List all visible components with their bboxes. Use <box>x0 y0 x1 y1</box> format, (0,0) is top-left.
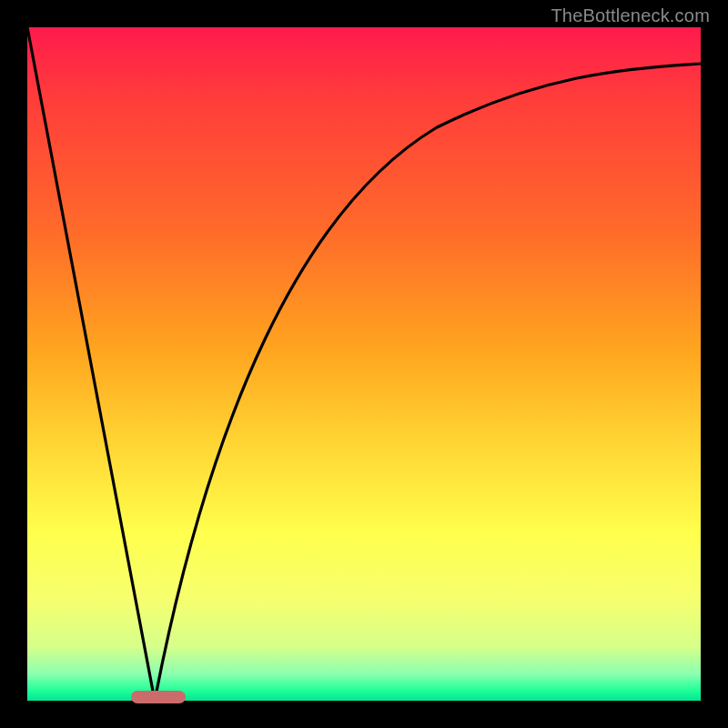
chart-frame: TheBottleneck.com <box>0 0 728 728</box>
bottleneck-curve <box>27 27 701 701</box>
watermark-text: TheBottleneck.com <box>551 5 710 26</box>
plot-area <box>27 27 701 701</box>
optimum-marker <box>131 691 186 703</box>
